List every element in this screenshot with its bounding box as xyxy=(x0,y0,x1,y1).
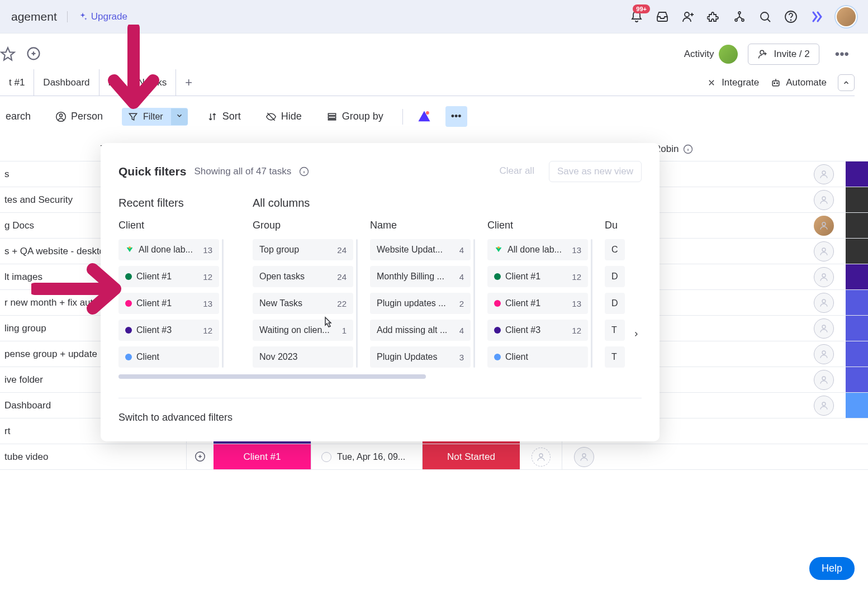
upgrade-button[interactable]: Upgrade xyxy=(67,11,127,22)
robin-cell[interactable] xyxy=(802,393,846,418)
tab-tasks[interactable]: N asks xyxy=(129,69,176,96)
filter-chip[interactable]: T xyxy=(605,320,625,341)
person-cell[interactable] xyxy=(520,444,562,469)
collapse-header-button[interactable] xyxy=(838,74,855,91)
integrate-button[interactable]: Integrate xyxy=(706,77,759,88)
row-color-strip xyxy=(846,161,868,187)
filter-chip[interactable]: Website Updat...4 xyxy=(370,239,471,260)
groupby-tool[interactable]: Group by xyxy=(321,107,389,126)
scroll-right-button[interactable] xyxy=(627,325,645,343)
filter-chip[interactable]: Monthly Billing ...4 xyxy=(370,266,471,287)
filter-chip[interactable]: Plugin Updates3 xyxy=(370,346,471,368)
filter-chip[interactable]: Client xyxy=(118,346,219,368)
robin-avatar xyxy=(814,164,834,184)
filter-chip[interactable]: D xyxy=(605,266,625,287)
person-tool[interactable]: Person xyxy=(50,107,108,126)
help-button[interactable]: Help xyxy=(809,557,855,580)
activity-button[interactable]: Activity xyxy=(684,45,738,64)
filter-chip[interactable]: Plugin updates ...2 xyxy=(370,293,471,314)
tab-dashboard[interactable]: Dashboard xyxy=(34,69,99,96)
search-button[interactable] xyxy=(758,10,772,23)
task-name-cell[interactable]: tube video xyxy=(0,444,187,469)
row-color-strip xyxy=(846,290,868,315)
robin-cell[interactable] xyxy=(802,316,846,341)
date-cell[interactable]: Tue, Apr 16, 09... xyxy=(311,444,423,469)
notifications-button[interactable]: 99+ xyxy=(630,10,643,23)
inbox-button[interactable] xyxy=(656,10,669,23)
filter-chip[interactable]: Client #312 xyxy=(487,320,588,341)
info-icon[interactable] xyxy=(299,166,309,177)
sort-tool[interactable]: Sort xyxy=(201,107,246,126)
tab-form[interactable]: Fo xyxy=(99,69,129,96)
search-tool[interactable]: earch xyxy=(0,107,36,126)
date-radio[interactable] xyxy=(321,452,331,462)
robin-cell[interactable] xyxy=(802,290,846,315)
filter-chip[interactable]: New Tasks22 xyxy=(253,293,353,314)
info-icon[interactable] xyxy=(683,144,693,154)
robin-cell[interactable] xyxy=(802,341,846,367)
filter-dropdown-toggle[interactable] xyxy=(171,108,188,125)
automate-button[interactable]: Automate xyxy=(770,77,827,88)
robin-cell[interactable] xyxy=(802,367,846,392)
tab-main[interactable]: t #1 xyxy=(0,69,34,96)
eye-off-icon xyxy=(265,111,277,122)
filter-chip[interactable]: All done lab...13 xyxy=(487,239,588,260)
invite-button[interactable]: Invite / 2 xyxy=(748,44,819,65)
help-button-top[interactable] xyxy=(784,10,798,23)
status-cell[interactable]: Not Started xyxy=(423,444,520,469)
chip-label: Waiting on clien... xyxy=(259,325,338,335)
filter-chip[interactable]: All done lab...13 xyxy=(118,239,219,260)
hide-tool[interactable]: Hide xyxy=(260,107,307,126)
product-logo[interactable] xyxy=(810,10,823,23)
filter-chip[interactable]: Client #113 xyxy=(118,293,219,314)
filter-chip[interactable]: Client xyxy=(487,346,588,368)
robin-cell[interactable] xyxy=(802,264,846,289)
robin-cell[interactable] xyxy=(802,187,846,212)
filter-chip[interactable]: Client #312 xyxy=(118,320,219,341)
svg-point-10 xyxy=(774,83,775,84)
filter-chip[interactable]: D xyxy=(605,293,625,314)
robin-avatar xyxy=(814,190,834,210)
question-icon xyxy=(784,10,798,23)
filter-chip[interactable]: C xyxy=(605,239,625,260)
favorite-button[interactable] xyxy=(0,46,16,62)
svg-point-3 xyxy=(742,19,744,21)
clear-filters-button[interactable]: Clear all xyxy=(492,161,542,182)
add-view-button[interactable]: + xyxy=(176,75,201,90)
filter-chip[interactable]: Top group24 xyxy=(253,239,353,260)
svg-point-34 xyxy=(582,454,586,457)
horizontal-scrollbar[interactable] xyxy=(118,374,426,379)
column-header-robin[interactable]: Robin xyxy=(654,144,721,155)
invite-members-button[interactable] xyxy=(681,10,695,23)
filter-chip[interactable]: T xyxy=(605,346,625,368)
filter-chip[interactable]: Client #112 xyxy=(487,266,588,287)
filter-chip[interactable]: Nov 2023 xyxy=(253,346,353,368)
chip-label: Client xyxy=(505,352,581,362)
add-update-button[interactable] xyxy=(187,451,214,463)
chip-list: Top group24Open tasks24New Tasks22Waitin… xyxy=(253,239,353,368)
toolbar-more-button[interactable]: ••• xyxy=(445,106,467,127)
task-row[interactable]: tube video Client #1 Tue, Apr 16, 09... … xyxy=(0,444,868,470)
advanced-filters-link[interactable]: Switch to advanced filters xyxy=(118,412,642,424)
filter-chip[interactable]: Add missing alt ...4 xyxy=(370,320,471,341)
board-more-button[interactable]: ••• xyxy=(829,44,855,64)
robin-cell[interactable] xyxy=(802,239,846,264)
ai-app-button[interactable] xyxy=(416,109,432,125)
robin-cell[interactable] xyxy=(562,444,606,469)
filter-chip[interactable]: Client #113 xyxy=(487,293,588,314)
discussion-button[interactable] xyxy=(26,46,41,62)
robin-cell[interactable] xyxy=(802,161,846,187)
teams-button[interactable] xyxy=(733,10,746,23)
robin-avatar xyxy=(574,447,594,467)
client-cell[interactable]: Client #1 xyxy=(214,444,311,469)
filter-chip[interactable]: Waiting on clien...1 xyxy=(253,320,353,341)
filter-tool[interactable]: Filter xyxy=(122,108,188,126)
robot-icon xyxy=(770,77,781,88)
user-avatar[interactable] xyxy=(836,6,857,27)
robin-avatar xyxy=(814,396,834,416)
robin-cell[interactable] xyxy=(802,213,846,238)
apps-button[interactable] xyxy=(707,10,720,23)
save-view-button[interactable]: Save as new view xyxy=(549,161,642,182)
filter-chip[interactable]: Open tasks24 xyxy=(253,266,353,287)
filter-chip[interactable]: Client #112 xyxy=(118,266,219,287)
